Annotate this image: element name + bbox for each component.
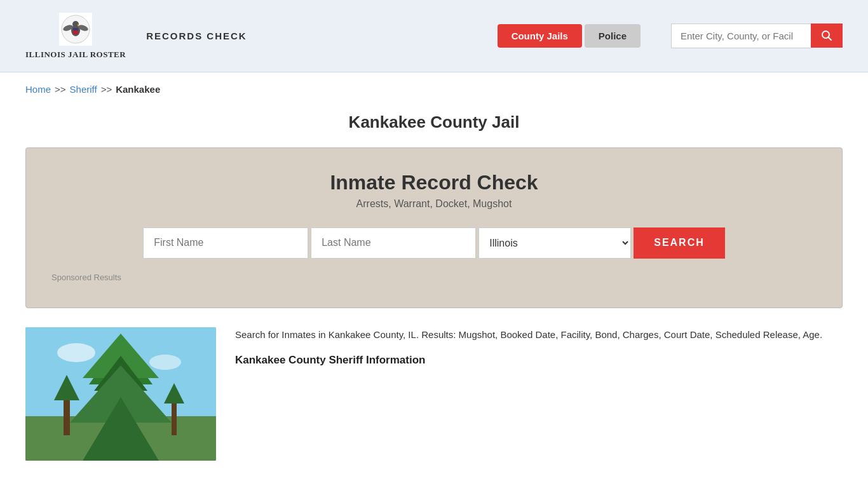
header-search-input[interactable] [671,24,811,48]
inmate-box-subtitle: Arrests, Warrant, Docket, Mugshot [51,198,817,210]
page-title: Kankakee County Jail [0,112,868,132]
state-select[interactable]: IllinoisAlabamaAlaskaArizonaArkansasCali… [478,227,631,259]
header: ILLINOIS JAIL ROSTER RECORDS CHECK Count… [0,0,868,72]
sponsored-results-label: Sponsored Results [51,273,817,282]
breadcrumb-sheriff[interactable]: Sheriff [70,84,97,95]
inmate-box-title: Inmate Record Check [51,171,817,194]
first-name-input[interactable] [143,227,308,259]
svg-rect-19 [172,403,177,435]
illinois-flag-icon [58,11,93,47]
header-search-bar [671,24,843,48]
svg-point-21 [57,343,95,362]
svg-rect-8 [73,28,78,30]
breadcrumb: Home >> Sheriff >> Kankakee [0,72,868,101]
svg-point-3 [72,21,79,27]
svg-rect-13 [113,384,128,461]
breadcrumb-current: Kankakee [116,84,160,95]
breadcrumb-sep-2: >> [101,84,112,95]
inmate-record-check-box: Inmate Record Check Arrests, Warrant, Do… [25,147,843,308]
last-name-input[interactable] [311,227,476,259]
svg-rect-12 [25,416,216,461]
content-description: Search for Inmates in Kankakee County, I… [235,327,843,342]
breadcrumb-home[interactable]: Home [25,84,51,95]
police-button[interactable]: Police [585,24,641,48]
inmate-search-form: IllinoisAlabamaAlaskaArizonaArkansasCali… [51,227,817,259]
svg-point-22 [149,355,181,370]
breadcrumb-sep-1: >> [55,84,66,95]
svg-rect-17 [64,400,70,435]
header-search-button[interactable] [811,24,843,48]
records-check-label: RECORDS CHECK [146,30,247,41]
site-logo[interactable]: ILLINOIS JAIL ROSTER [25,11,126,60]
content-section: Search for Inmates in Kankakee County, I… [0,327,868,486]
nav-buttons: County Jails Police [498,24,641,48]
svg-line-10 [829,37,832,41]
content-text: Search for Inmates in Kankakee County, I… [235,327,843,372]
content-section-title: Kankakee County Sheriff Information [235,351,843,369]
inmate-search-button[interactable]: SEARCH [634,227,725,259]
logo-text: ILLINOIS JAIL ROSTER [25,50,126,60]
county-image [25,327,216,461]
county-jails-button[interactable]: County Jails [498,24,582,48]
